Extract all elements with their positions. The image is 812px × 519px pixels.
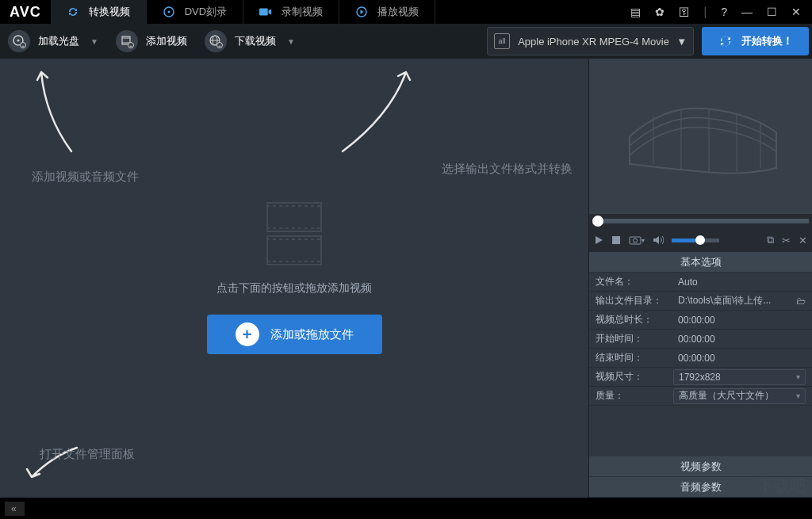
expand-panel-button[interactable]: « [5,502,25,516]
minimize-icon[interactable]: — [738,4,756,20]
svg-rect-24 [630,237,641,244]
button-label: 加载光盘 [38,34,79,48]
play-button[interactable] [594,235,603,245]
chevron-down-icon: ▼ [90,37,98,46]
chevron-down-icon: ▼ [676,36,687,48]
window-controls: ▤ ✿ ⚿ | ? — ☐ ✕ [627,4,812,20]
add-video-button[interactable]: + 添加视频 [111,27,198,55]
hint-add-media: 添加视频或音频文件 [32,170,139,185]
titlebar: AVC 转换视频 DVD刻录 录制视频 播放视频 ▤ ✿ ⚿ | ? — ☐ ✕ [0,0,812,24]
svg-text:+: + [21,44,25,48]
cut-icon[interactable]: ✂ [782,235,791,246]
tab-label: 转换视频 [89,5,130,19]
close-icon[interactable]: ✕ [788,4,804,20]
maximize-icon[interactable]: ☐ [764,4,780,20]
camera-icon [259,6,272,18]
tab-record-video[interactable]: 录制视频 [243,0,339,24]
add-file-button[interactable]: + 添加或拖放文件 [207,315,382,354]
drop-hint: 点击下面的按钮或拖放添加视频 [216,281,372,296]
globe-add-icon: + [205,30,227,52]
crop-icon[interactable]: ✕ [799,235,807,246]
timeline-thumb[interactable] [592,216,603,227]
button-label: 开始转换！ [741,34,793,48]
tab-label: DVD刻录 [185,5,227,19]
svg-point-1 [167,11,170,13]
play-circle-icon [355,6,368,18]
menu-icon[interactable]: ▤ [627,4,644,20]
prop-output-dir: 输出文件目录： D:\tools\桌面\待上传...🗁 [589,292,812,311]
prop-total-duration: 视频总时长： 00:00:00 [589,311,812,330]
right-panel: ▾ ⧉ ✂ ✕ 基本选项 文件名： Auto 输出文件目录： D:\tools\… [588,59,812,498]
prop-filename: 文件名： Auto [589,273,812,292]
volume-slider[interactable] [672,239,719,242]
help-icon[interactable]: ? [718,4,730,20]
hint-arrow-icon [335,68,414,155]
start-convert-button[interactable]: 开始转换！ [702,27,809,55]
filmreel-placeholder-icon [618,89,784,184]
main-area: 添加视频或音频文件 选择输出文件格式并转换 打开文件管理面板 点击下面的按钮或拖… [0,59,812,498]
stop-button[interactable] [611,235,621,245]
svg-rect-23 [612,236,620,244]
footer: « [0,498,812,519]
button-label: 添加或拖放文件 [270,327,354,342]
film-placeholder-icon [266,202,322,265]
svg-text:+: + [218,44,221,48]
disc-add-icon: + [8,30,30,52]
plus-icon: + [236,322,259,346]
tab-convert-video[interactable]: 转换视频 [51,0,147,24]
svg-point-5 [17,40,20,42]
separator: | [701,4,710,20]
film-add-icon: + [116,30,138,52]
load-disc-button[interactable]: + 加载光盘 ▼ [3,27,109,55]
all-formats-icon: all [494,33,510,49]
svg-point-25 [634,239,638,242]
app-logo: AVC [0,4,51,21]
tab-label: 播放视频 [377,5,419,19]
prop-start-time: 开始时间： 00:00:00 [589,330,812,349]
chevron-down-icon: ▼ [287,37,295,46]
drop-zone[interactable]: 添加视频或音频文件 选择输出文件格式并转换 打开文件管理面板 点击下面的按钮或拖… [0,59,588,498]
download-video-button[interactable]: + 下载视频 ▼ [200,27,306,55]
svg-text:+: + [129,44,132,48]
svg-rect-2 [259,9,268,16]
prop-video-size[interactable]: 视频尺寸： 1792x828▾ [589,368,812,387]
button-label: 添加视频 [146,34,187,48]
disc-icon [163,6,175,18]
hint-arrow-icon [33,68,81,155]
playback-timeline[interactable] [589,214,812,228]
volume-icon[interactable] [653,235,664,245]
hint-choose-format: 选择输出文件格式并转换 [442,162,573,177]
main-tabs: 转换视频 DVD刻录 录制视频 播放视频 [51,0,627,24]
prop-quality[interactable]: 质量： 高质量（大尺寸文件）▾ [589,387,812,406]
audio-params-button[interactable]: 音频参数 [589,477,812,498]
playback-controls: ▾ ⧉ ✂ ✕ [589,228,812,252]
link-icon[interactable]: ⧉ [767,234,774,246]
snapshot-button[interactable]: ▾ [629,235,645,245]
tab-label: 录制视频 [282,5,323,19]
key-icon[interactable]: ⚿ [676,4,693,20]
hint-open-panel: 打开文件管理面板 [40,447,135,462]
toolbar: + 加载光盘 ▼ + 添加视频 + 下载视频 ▼ all Apple iPhon… [0,24,812,59]
output-profile-select[interactable]: all Apple iPhone XR MPEG-4 Movie (*.m...… [487,27,694,55]
video-params-button[interactable]: 视频参数 [589,456,812,477]
chevron-down-icon: ▾ [796,372,800,381]
browse-folder-icon[interactable]: 🗁 [796,296,806,307]
gear-icon[interactable]: ✿ [652,4,668,20]
refresh-icon [67,6,79,18]
tab-dvd-burn[interactable]: DVD刻录 [147,0,243,24]
refresh-icon [718,33,733,49]
basic-options-header: 基本选项 [589,252,812,273]
button-label: 下载视频 [235,34,276,48]
chevron-down-icon: ▾ [796,391,800,400]
preview-area [589,59,812,214]
tab-play-video[interactable]: 播放视频 [339,0,435,24]
prop-end-time: 结束时间： 00:00:00 [589,349,812,368]
profile-label: Apple iPhone XR MPEG-4 Movie (*.m... [518,36,668,48]
